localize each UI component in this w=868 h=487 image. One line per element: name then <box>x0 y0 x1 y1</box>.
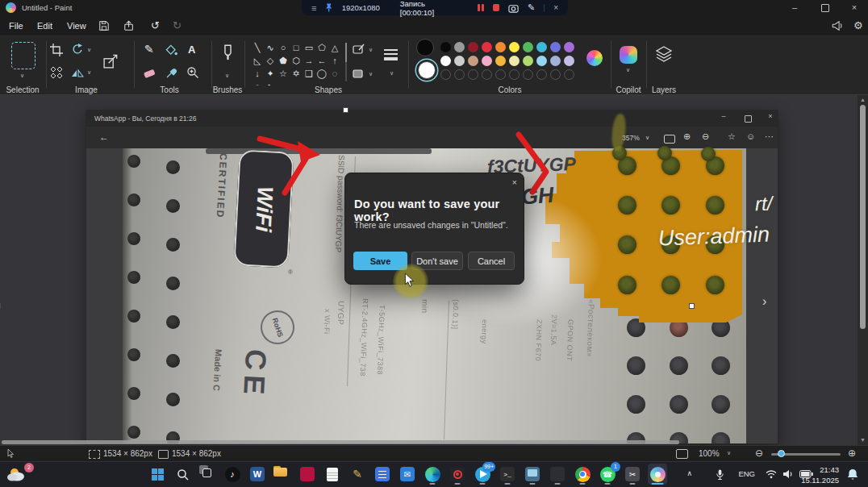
color1-swatch[interactable] <box>416 39 434 56</box>
share-icon[interactable] <box>123 20 135 31</box>
shape-tool[interactable]: ✦ <box>264 67 277 80</box>
shape-tool[interactable]: ◌ <box>328 67 341 80</box>
taskbar-mail[interactable]: ✉ <box>398 464 417 485</box>
cancel-button[interactable]: Cancel <box>468 252 515 270</box>
color-swatch[interactable] <box>482 42 492 52</box>
shape-tool[interactable]: ⬟ <box>277 54 290 67</box>
undo-icon[interactable]: ↺ <box>151 20 160 31</box>
shapes-scrollbar[interactable] <box>345 43 347 81</box>
resize-icon[interactable] <box>103 52 119 69</box>
taskbar-screen-recorder[interactable] <box>448 464 467 485</box>
screenshot-camera-icon[interactable] <box>508 2 519 14</box>
color-swatch[interactable] <box>550 42 561 52</box>
shape-tool[interactable]: ◇ <box>264 54 277 67</box>
recorder-menu-icon[interactable]: ≡ <box>311 3 316 13</box>
language-indicator[interactable]: ENG <box>738 469 755 478</box>
zoom-out-icon[interactable]: ⊖ <box>755 447 763 459</box>
color-swatch[interactable] <box>564 42 574 52</box>
copilot-chevron-icon[interactable]: ∨ <box>626 67 630 73</box>
taskbar-search[interactable] <box>173 464 192 485</box>
shape-tool[interactable]: △ <box>328 41 341 54</box>
brushes-chevron-icon[interactable]: ∨ <box>225 73 229 79</box>
taskbar-docs[interactable] <box>373 464 392 485</box>
empty-color-well[interactable] <box>564 69 574 80</box>
brush-tool-icon[interactable] <box>220 44 236 64</box>
shape-tool[interactable]: ∩ <box>251 80 264 85</box>
shape-tool[interactable]: ⬡ <box>290 54 303 67</box>
taskbar-paint[interactable] <box>648 464 667 485</box>
copilot-icon[interactable] <box>620 46 637 64</box>
taskbar-start[interactable] <box>148 464 167 485</box>
shape-tool[interactable]: ∿ <box>264 41 277 54</box>
weather-widget[interactable]: 2 <box>6 465 42 485</box>
taskbar-chrome[interactable] <box>573 464 592 485</box>
empty-color-well[interactable] <box>523 69 533 80</box>
menu-file[interactable]: File <box>4 19 28 32</box>
pencil-tool-icon[interactable]: ✎ <box>144 43 154 56</box>
fit-to-window-icon[interactable] <box>676 449 688 459</box>
stop-recording-button[interactable] <box>493 4 499 11</box>
close-button[interactable]: × <box>841 0 868 15</box>
shape-tool[interactable]: ╲ <box>251 41 264 54</box>
shape-fill-chevron-icon[interactable]: ∨ <box>369 71 373 77</box>
scroll-up-icon[interactable]: ▲ <box>859 97 866 102</box>
color-swatch[interactable] <box>536 42 547 52</box>
color-swatch[interactable] <box>454 56 465 66</box>
empty-color-well[interactable] <box>468 69 478 80</box>
dialog-close-icon[interactable]: × <box>512 177 517 187</box>
taskbar-tiktok[interactable]: ♪ <box>223 464 242 485</box>
feedback-megaphone-icon[interactable] <box>831 20 843 31</box>
empty-color-well[interactable] <box>509 69 520 80</box>
color2-swatch[interactable] <box>418 61 436 79</box>
eraser-tool-icon[interactable] <box>143 67 157 80</box>
selection-chevron-icon[interactable]: ∨ <box>20 73 24 79</box>
layers-icon[interactable] <box>655 45 673 63</box>
color-swatch[interactable] <box>468 56 478 66</box>
taskbar-edge[interactable] <box>423 464 442 485</box>
canvas-handle-left[interactable] <box>0 303 1 309</box>
canvas-handle-top[interactable] <box>343 107 348 113</box>
notification-bell-icon[interactable] <box>847 468 858 481</box>
empty-color-well[interactable] <box>550 69 561 80</box>
color-swatch[interactable] <box>536 56 547 66</box>
scroll-down-icon[interactable]: ▼ <box>859 437 866 443</box>
shape-tool[interactable]: ◺ <box>251 54 264 67</box>
taskbar-notepad[interactable] <box>323 464 342 485</box>
recorder-close-icon[interactable]: × <box>553 3 558 12</box>
taskbar-clock[interactable]: 21:43 15.11.2025 <box>801 464 839 485</box>
color-swatch[interactable] <box>454 42 465 52</box>
color-swatch[interactable] <box>468 42 478 52</box>
color-swatch[interactable] <box>440 56 451 66</box>
flip-chevron-icon[interactable]: ∨ <box>87 69 91 76</box>
rotate-chevron-icon[interactable]: ∨ <box>87 47 91 53</box>
color-picker-tool-icon[interactable] <box>165 66 178 79</box>
color-swatch[interactable] <box>523 56 533 66</box>
zoom-slider-thumb[interactable] <box>778 450 785 457</box>
empty-color-well[interactable] <box>536 69 547 80</box>
zoom-in-icon[interactable]: ⊕ <box>848 447 856 459</box>
color-swatch[interactable] <box>509 42 520 52</box>
shape-tool[interactable]: ☆ <box>277 67 290 80</box>
taskbar-snip-tool[interactable]: ✂ <box>623 464 642 485</box>
empty-color-well[interactable] <box>482 69 492 80</box>
shape-tool[interactable]: ↑ <box>328 54 341 67</box>
taskbar-file-explorer[interactable] <box>273 464 292 485</box>
menu-edit[interactable]: Edit <box>32 19 57 32</box>
shape-tool[interactable]: ▭ <box>303 41 315 54</box>
pattern-select-icon[interactable] <box>50 66 63 79</box>
zoom-chevron-icon[interactable]: ∨ <box>727 450 731 456</box>
horizontal-scroll-thumb[interactable] <box>2 440 679 444</box>
color-swatch[interactable] <box>440 42 451 52</box>
empty-color-well[interactable] <box>440 69 451 80</box>
taskbar-telegram[interactable]: 99+ <box>473 464 492 485</box>
maximize-button[interactable] <box>812 0 839 15</box>
save-icon[interactable] <box>98 20 110 31</box>
shape-tool[interactable]: ○ <box>277 41 290 54</box>
taskbar-screen-viewer[interactable] <box>523 464 542 485</box>
taskbar-terminal[interactable]: >_ <box>498 464 517 485</box>
shape-fill-icon[interactable] <box>353 67 365 80</box>
color-swatch[interactable] <box>564 56 574 66</box>
color-swatch[interactable] <box>550 56 561 66</box>
shape-tool[interactable]: ↓ <box>251 67 264 80</box>
magnifier-tool-icon[interactable] <box>186 66 199 79</box>
